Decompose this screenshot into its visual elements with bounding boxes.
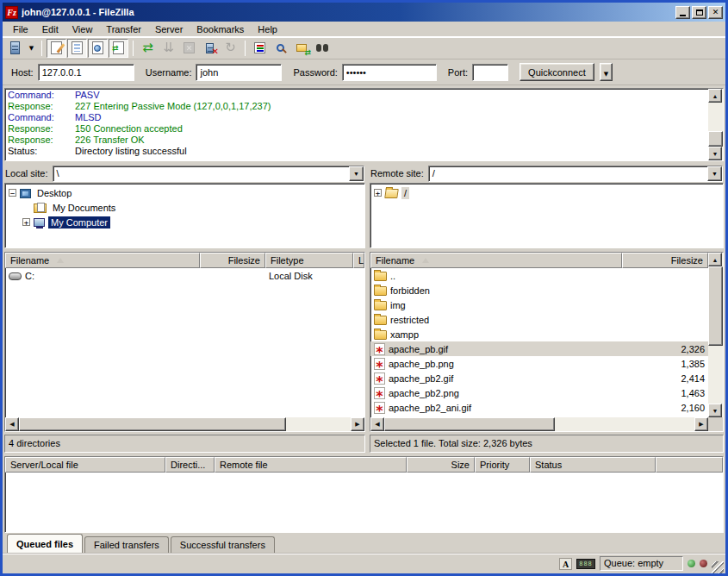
log-vertical-scrollbar[interactable]: ▲ ▼ — [708, 89, 723, 160]
file-row-img[interactable]: img — [370, 297, 708, 312]
tree-expander-plus[interactable]: + — [22, 218, 30, 226]
column-header-directi[interactable]: Directi... — [165, 457, 215, 473]
open-site-manager-button[interactable] — [5, 39, 25, 58]
tree-expander-plus[interactable]: + — [374, 189, 382, 197]
scroll-left-button[interactable]: ◀ — [5, 417, 19, 431]
directory-listing-filters-button[interactable] — [250, 39, 270, 58]
tab-successful-transfers[interactable]: Successful transfers — [171, 536, 275, 553]
log-entry: Command:MLSD — [8, 112, 708, 123]
scroll-thumb[interactable] — [384, 417, 555, 431]
site-manager-icon — [10, 41, 20, 54]
scroll-thumb[interactable] — [708, 266, 723, 346]
maximize-button[interactable] — [692, 6, 706, 19]
menu-item-file[interactable]: File — [6, 22, 35, 36]
column-header-filesize[interactable]: Filesize — [200, 253, 265, 268]
local-horizontal-scrollbar[interactable]: ◀ ▶ — [5, 417, 364, 431]
file-row-xampp[interactable]: xampp — [370, 327, 708, 341]
menu-item-help[interactable]: Help — [251, 22, 284, 36]
scroll-left-button[interactable]: ◀ — [370, 417, 384, 431]
titlebar[interactable]: Fz john@127.0.0.1 - FileZilla ✕ — [3, 3, 725, 22]
menu-item-edit[interactable]: Edit — [35, 22, 65, 36]
file-search-button[interactable] — [271, 39, 290, 58]
resize-grip[interactable] — [712, 561, 724, 573]
remote-vertical-scrollbar[interactable]: ▲ ▼ — [708, 253, 723, 417]
folder-icon — [374, 301, 387, 310]
remote-horizontal-scrollbar[interactable]: ◀ ▶ — [370, 417, 708, 431]
file-row-apache-pb-png[interactable]: *apache_pb.png1,385 — [370, 356, 708, 371]
transfer-type-icon[interactable]: A — [559, 558, 572, 570]
tree-item-desktop[interactable]: −Desktop — [7, 185, 364, 200]
scroll-up-button[interactable]: ▲ — [708, 253, 722, 266]
reconnect-button[interactable]: ↻ — [221, 39, 240, 58]
column-header-blank[interactable] — [656, 457, 723, 473]
toggle-local-tree-button[interactable] — [67, 39, 87, 58]
column-header-filesize[interactable]: Filesize — [622, 253, 708, 268]
toggle-transfer-queue-button[interactable]: ⇄ — [109, 39, 128, 58]
scroll-right-button[interactable]: ▶ — [694, 417, 708, 431]
cancel-operation-button[interactable]: ✕ — [179, 39, 199, 58]
column-header-l[interactable]: L — [353, 253, 364, 268]
log-entry-text: Directory listing successful — [75, 146, 187, 157]
synchronized-browsing-button[interactable]: ⇄ — [291, 39, 311, 58]
file-row-restricted[interactable]: restricted — [370, 312, 708, 327]
scroll-up-button[interactable]: ▲ — [708, 89, 722, 103]
tree-item-my-computer[interactable]: +My Computer — [7, 215, 364, 229]
menu-item-bookmarks[interactable]: Bookmarks — [190, 22, 251, 36]
file-name-cell: C: — [5, 271, 200, 281]
quickconnect-dropdown-button[interactable]: ▼ — [600, 63, 613, 81]
tree-expander-minus[interactable]: − — [9, 189, 16, 197]
remote-file-list: ..forbiddenimgrestrictedxampp*apache_pb.… — [370, 268, 708, 417]
process-queue-button[interactable]: ⇊ — [159, 39, 178, 58]
column-header-filename[interactable]: Filename — [5, 253, 200, 268]
minimize-button[interactable] — [675, 6, 690, 19]
file-row-apache-pb2-ani-gif[interactable]: *apache_pb2_ani.gif2,160 — [370, 400, 708, 415]
file-row-forbidden[interactable]: forbidden — [370, 283, 708, 297]
toggle-remote-tree-button[interactable] — [88, 39, 108, 58]
file-row-apache-pb2-gif[interactable]: *apache_pb2.gif2,414 — [370, 371, 708, 385]
scroll-thumb[interactable] — [19, 417, 286, 431]
file-row-apache-pb-gif[interactable]: *apache_pb.gif2,326 — [370, 341, 708, 356]
close-button[interactable]: ✕ — [708, 6, 723, 19]
column-header-status[interactable]: Status — [530, 457, 656, 473]
scroll-thumb[interactable] — [708, 131, 723, 147]
tree-item-[interactable]: +/ — [372, 185, 723, 200]
password-input[interactable] — [342, 64, 437, 81]
compare-icon — [316, 44, 321, 52]
local-site-combobox[interactable]: \ ▼ — [53, 166, 364, 182]
file-row-c[interactable]: C:Local Disk — [5, 268, 364, 283]
disconnect-button[interactable]: ✕ — [200, 39, 220, 58]
toggle-message-log-button[interactable] — [47, 39, 66, 58]
scroll-right-button[interactable]: ▶ — [351, 417, 364, 431]
port-input[interactable] — [472, 64, 508, 81]
open-site-manager-dropdown-button[interactable]: ▼ — [26, 39, 37, 58]
column-header-priority[interactable]: Priority — [475, 457, 530, 473]
scroll-down-button[interactable]: ▼ — [708, 147, 722, 160]
speed-limits-icon[interactable]: 888 — [576, 559, 595, 569]
column-header-server-local-file[interactable]: Server/Local file — [5, 457, 165, 473]
file-row-apache-pb2-png[interactable]: *apache_pb2.png1,463 — [370, 385, 708, 400]
file-row-[interactable]: .. — [370, 268, 708, 283]
menu-item-server[interactable]: Server — [148, 22, 190, 36]
host-input[interactable] — [38, 64, 134, 81]
combo-dropdown-button[interactable]: ▼ — [349, 166, 364, 181]
refresh-button[interactable]: ⇄ — [138, 39, 158, 58]
column-header-remote-file[interactable]: Remote file — [215, 457, 407, 473]
column-header-filename[interactable]: Filename — [370, 253, 622, 268]
username-input[interactable] — [196, 64, 282, 81]
tab-queued-files[interactable]: Queued files — [7, 534, 83, 553]
combo-dropdown-button[interactable]: ▼ — [707, 166, 722, 181]
scroll-track[interactable] — [708, 266, 723, 404]
quickconnect-button[interactable]: Quickconnect — [520, 63, 594, 81]
tree-item-my-documents[interactable]: My Documents — [7, 200, 364, 215]
scroll-down-button[interactable]: ▼ — [708, 404, 722, 417]
tab-failed-transfers[interactable]: Failed transfers — [84, 536, 169, 553]
column-header-size[interactable]: Size — [407, 457, 475, 473]
column-header-filetype[interactable]: Filetype — [265, 253, 353, 268]
scroll-track[interactable] — [384, 417, 694, 431]
directory-comparison-button[interactable] — [312, 39, 332, 58]
scroll-track[interactable] — [708, 103, 723, 147]
scroll-track[interactable] — [19, 417, 351, 431]
menu-item-transfer[interactable]: Transfer — [99, 22, 148, 36]
remote-site-combobox[interactable]: / ▼ — [428, 166, 723, 182]
menu-item-view[interactable]: View — [65, 22, 100, 36]
